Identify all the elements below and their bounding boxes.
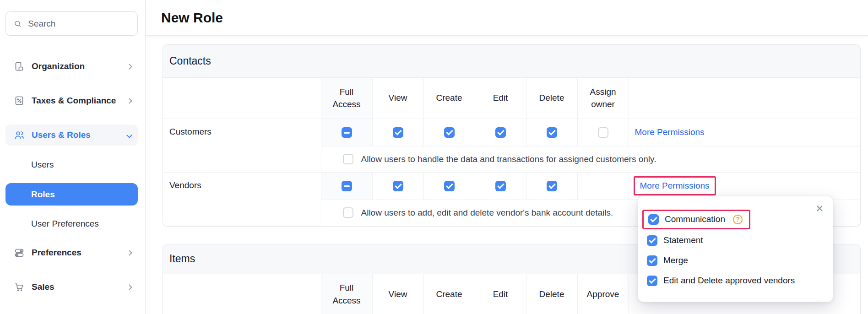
vendors-view-checkbox[interactable] [393,181,403,191]
sidebar-item-user-preferences[interactable]: User Preferences [5,213,138,234]
search-input[interactable] [28,19,130,29]
vendors-note-text: Allow users to add, edit and delete vend… [361,208,613,218]
column-header-assign-owner: Assign owner [577,78,629,119]
sidebar-item-label: User Preferences [31,219,99,229]
vendors-edit-checkbox[interactable] [495,181,506,191]
vendors-assign-owner-empty-cell [577,172,629,200]
table-row-customers: Customers More Permissions [163,119,860,146]
popup-option-label: Edit and Delete approved vendors [663,276,795,286]
column-header-edit: Edit [475,274,526,314]
page-title: New Role [161,10,223,26]
vendors-bank-details-checkbox[interactable] [343,207,353,218]
customers-more-permissions-link[interactable]: More Permissions [635,127,705,137]
sidebar-item-label: Roles [31,189,55,200]
communication-checkbox[interactable] [648,214,659,225]
column-header-delete: Delete [526,78,577,119]
more-permissions-popup: ✕ Communication ? Statement Merge Edit a… [638,196,833,302]
sidebar-item-label: Users [31,160,54,170]
chevron-down-icon [127,131,131,139]
search-box[interactable] [5,11,138,36]
help-icon[interactable]: ? [733,215,743,224]
sidebar-item-sales[interactable]: Sales [5,276,138,298]
column-header-delete: Delete [526,274,577,314]
sidebar-item-preferences[interactable]: Preferences [5,242,138,263]
chevron-right-icon [127,97,131,105]
sidebar-item-label: Taxes & Compliance [32,96,116,106]
header-spacer-cell [163,274,321,314]
sidebar-item-users-roles[interactable]: Users & Roles [5,125,138,146]
sidebar-nav: Organization Taxes & Compliance Users & … [5,56,138,298]
column-header-view: View [372,78,423,119]
column-header-full-access: Full Access [321,274,372,314]
customers-view-checkbox[interactable] [393,127,403,138]
sidebar-item-label: Organization [32,61,85,71]
row-label-vendors: Vendors [163,172,321,226]
column-header-approve: Approve [577,274,629,314]
vendors-more-permissions-link[interactable]: More Permissions [640,181,710,190]
users-roles-icon [14,130,25,141]
table-row-vendors: Vendors More Permissions [163,172,860,200]
column-header-full-access: Full Access [321,78,372,119]
vendors-delete-checkbox[interactable] [547,181,557,191]
header-spacer-cell [629,78,860,119]
highlight-annotation-box: More Permissions [634,176,716,195]
column-header-create: Create [423,274,475,314]
sales-cart-icon [14,282,25,292]
highlight-annotation-box: Communication ? [642,210,750,229]
merge-checkbox[interactable] [647,255,657,266]
customers-assign-owner-checkbox[interactable] [598,127,608,138]
taxes-compliance-icon [14,95,25,106]
sidebar-item-label: Users & Roles [32,130,91,140]
customers-delete-checkbox[interactable] [547,127,557,138]
popup-option-edit-delete-approved-vendors: Edit and Delete approved vendors [647,271,822,291]
sidebar-item-taxes-compliance[interactable]: Taxes & Compliance [5,90,138,111]
organization-icon [14,61,25,72]
chevron-right-icon [127,249,131,257]
popup-option-communication: Communication ? [647,208,822,230]
sidebar-item-label: Preferences [32,248,81,258]
settings-sidebar: Organization Taxes & Compliance Users & … [0,0,146,314]
preferences-icon [14,247,25,258]
contacts-section-title: Contacts [163,45,860,78]
statement-checkbox[interactable] [647,235,657,246]
vendors-create-checkbox[interactable] [444,181,455,191]
edit-delete-approved-vendors-checkbox[interactable] [647,276,657,286]
customers-edit-checkbox[interactable] [495,127,506,138]
popup-option-label: Communication [665,214,725,224]
customers-assigned-only-checkbox[interactable] [343,154,353,164]
table-header-row: Full Access View Create Edit Delete Assi… [163,78,860,119]
vendors-full-access-checkbox[interactable] [342,181,352,191]
popup-option-statement: Statement [647,230,822,250]
popup-option-label: Statement [663,235,703,245]
row-label-customers: Customers [163,119,321,172]
sidebar-item-roles[interactable]: Roles [5,183,138,206]
customers-note-text: Allow users to handle the data and trans… [361,154,656,164]
close-icon[interactable]: ✕ [815,204,824,213]
sidebar-item-label: Sales [32,282,54,292]
chevron-right-icon [127,62,131,70]
page-header: New Role [146,0,868,36]
chevron-right-icon [127,283,131,291]
customers-full-access-checkbox[interactable] [342,127,352,138]
popup-option-label: Merge [663,255,688,265]
column-header-create: Create [423,78,475,119]
header-spacer-cell [163,78,321,119]
customers-create-checkbox[interactable] [444,127,455,138]
column-header-view: View [372,274,423,314]
sidebar-item-users[interactable]: Users [5,154,138,175]
popup-option-merge: Merge [647,250,822,271]
search-icon [13,19,22,29]
column-header-edit: Edit [475,78,526,119]
sidebar-item-organization[interactable]: Organization [5,56,138,77]
